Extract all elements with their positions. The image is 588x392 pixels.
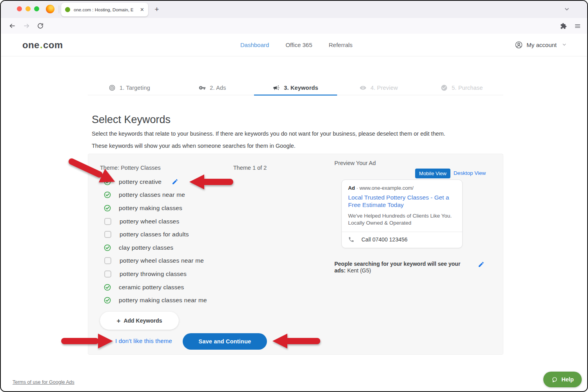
minimize-window-button[interactable] xyxy=(25,6,31,11)
step-purchase[interactable]: 5. Purchase xyxy=(420,81,503,95)
ad-preview-title: Preview Your Ad xyxy=(334,160,376,166)
keyword-checked-icon[interactable] xyxy=(104,205,111,212)
keyword-row[interactable]: pottery throwing classes xyxy=(104,267,245,281)
keywords-panel: Theme: Pottery Classes Theme 1 of 2 pott… xyxy=(88,154,503,355)
keyword-label: clay pottery classes xyxy=(119,244,173,251)
ad-card-divider xyxy=(342,232,462,232)
target-icon xyxy=(109,84,116,91)
keyword-checked-icon[interactable] xyxy=(104,191,111,198)
step-preview[interactable]: 4. Preview xyxy=(337,81,420,95)
chat-bubble-icon xyxy=(551,376,558,383)
ad-preview-card: Ad · www.one-example.com/ Local Trusted … xyxy=(341,180,463,248)
menu-hamburger-icon[interactable] xyxy=(574,23,581,29)
close-window-button[interactable] xyxy=(17,6,22,11)
ad-call-text: Call 07400 123456 xyxy=(361,236,408,243)
ad-headline: Local Trusted Pottery Classes - Get a Fr… xyxy=(348,194,457,209)
eye-icon xyxy=(359,84,367,91)
keyword-checked-icon[interactable] xyxy=(104,297,111,304)
help-button[interactable]: Help xyxy=(543,372,582,387)
keyword-row[interactable]: pottery classes near me xyxy=(104,189,245,202)
nav-referrals[interactable]: Referrals xyxy=(329,42,353,48)
megaphone-icon xyxy=(273,84,280,91)
keyword-checked-icon[interactable] xyxy=(104,178,111,185)
keyword-list: pottery creativepottery classes near mep… xyxy=(104,175,245,307)
keyword-row[interactable]: pottery making classes near me xyxy=(104,294,245,307)
keyword-row[interactable]: clay pottery classes xyxy=(104,241,245,254)
keyword-unchecked-box[interactable] xyxy=(104,270,111,278)
forward-button[interactable] xyxy=(23,22,30,29)
keyword-label: pottery making classes xyxy=(119,205,182,212)
save-and-continue-button[interactable]: Save and Continue xyxy=(183,333,267,350)
new-tab-button[interactable]: + xyxy=(153,5,161,13)
keyword-checked-icon[interactable] xyxy=(104,284,111,291)
site-header: one.com Dashboard Office 365 Referrals M… xyxy=(1,34,587,56)
account-label: My account xyxy=(526,42,557,48)
keyword-row[interactable]: pottery classes for adults xyxy=(104,228,245,241)
terms-of-use-link[interactable]: Terms of use for Google Ads xyxy=(13,379,74,385)
page-description-line2: These keywords will show your ads when s… xyxy=(92,143,296,149)
keyword-row[interactable]: pottery creative xyxy=(104,175,245,189)
keyword-label: pottery wheel classes near me xyxy=(120,257,204,264)
browser-window: one.com : Hosting, Domain, Ema ✕ + xyxy=(0,0,588,392)
page-title: Select Keywords xyxy=(92,114,171,126)
maximize-window-button[interactable] xyxy=(34,6,39,11)
plus-icon: + xyxy=(117,318,121,324)
nav-office365[interactable]: Office 365 xyxy=(285,42,312,48)
my-account-menu[interactable]: My account xyxy=(515,34,567,56)
keyword-label: pottery classes for adults xyxy=(120,231,189,238)
nav-dashboard[interactable]: Dashboard xyxy=(240,42,269,48)
keyword-row[interactable]: pottery wheel classes xyxy=(104,215,245,228)
ad-body-text: We've Helped Hundreds of Clients Like Yo… xyxy=(348,212,460,227)
browser-tab[interactable]: one.com : Hosting, Domain, Ema ✕ xyxy=(61,3,148,16)
mobile-view-button[interactable]: Mobile View xyxy=(415,169,450,178)
tab-divider xyxy=(59,5,59,13)
keyword-row[interactable]: pottery wheel classes near me xyxy=(104,254,245,268)
tab-close-icon[interactable]: ✕ xyxy=(140,7,144,12)
check-circle-icon xyxy=(441,84,448,91)
phone-icon xyxy=(348,236,354,243)
ad-url-line: Ad · www.one-example.com/ xyxy=(348,185,414,191)
keyword-checked-icon[interactable] xyxy=(104,244,111,251)
step-targeting[interactable]: 1. Targeting xyxy=(88,81,171,95)
dislike-theme-link[interactable]: I don't like this theme xyxy=(115,338,172,344)
theme-label: Theme: Pottery Classes xyxy=(100,165,161,171)
location-value: Kent (G5) xyxy=(347,267,371,274)
list-tabs-chevron-icon[interactable] xyxy=(564,6,570,14)
keyword-row[interactable]: ceramic pottery classes xyxy=(104,281,245,294)
onecom-logo[interactable]: one.com xyxy=(22,40,63,51)
keyword-label: pottery classes near me xyxy=(119,191,185,198)
keyword-unchecked-box[interactable] xyxy=(104,231,111,238)
browser-toolbar: https://www.one.com/admin/google-adwords… xyxy=(1,18,587,34)
step-ads[interactable]: 2. Ads xyxy=(171,81,254,95)
keyword-unchecked-box[interactable] xyxy=(104,257,111,264)
keyword-label: pottery creative xyxy=(119,178,162,185)
add-keywords-button[interactable]: + Add Keywords xyxy=(100,312,179,330)
keyword-location-text: People searching for your keyword will s… xyxy=(334,261,465,274)
wizard-steps: 1. Targeting 2. Ads 3. Keywords 4. Previ… xyxy=(88,81,503,95)
keyword-label: pottery making classes near me xyxy=(119,297,207,304)
keyword-label: pottery wheel classes xyxy=(120,218,179,225)
firefox-icon[interactable] xyxy=(46,5,54,13)
keyword-unchecked-box[interactable] xyxy=(104,218,111,225)
desktop-view-link[interactable]: Desktop View xyxy=(454,170,486,176)
account-person-icon xyxy=(515,41,523,49)
edit-keyword-icon[interactable] xyxy=(172,178,178,185)
step-keywords[interactable]: 3. Keywords xyxy=(254,81,337,95)
tab-title: one.com : Hosting, Domain, Ema xyxy=(74,7,133,12)
keyword-label: ceramic pottery classes xyxy=(119,284,184,291)
edit-location-icon[interactable] xyxy=(478,261,485,268)
account-chevron-icon xyxy=(562,42,567,48)
ad-call-row: Call 07400 123456 xyxy=(348,236,408,243)
tab-favicon xyxy=(65,7,70,12)
theme-count: Theme 1 of 2 xyxy=(233,165,267,171)
key-icon xyxy=(199,84,206,91)
page-description-line1: Select the keywords that relate to your … xyxy=(92,131,445,137)
reload-button[interactable] xyxy=(37,22,44,29)
main-nav: Dashboard Office 365 Referrals xyxy=(240,34,352,56)
keyword-row[interactable]: pottery making classes xyxy=(104,201,245,215)
keyword-label: pottery throwing classes xyxy=(120,270,187,278)
tab-strip: one.com : Hosting, Domain, Ema ✕ + xyxy=(1,1,587,18)
back-button[interactable] xyxy=(9,22,16,29)
extensions-puzzle-icon[interactable] xyxy=(560,23,567,29)
